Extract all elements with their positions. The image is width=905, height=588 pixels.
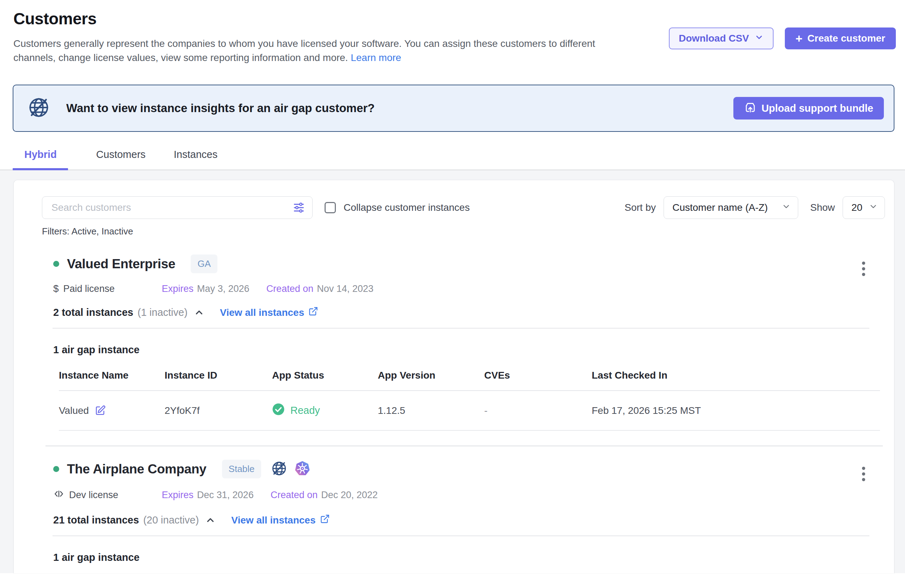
edit-instance-name-icon[interactable] xyxy=(94,405,106,416)
customer-menu-button[interactable] xyxy=(860,259,867,278)
app-status: Ready xyxy=(291,405,320,416)
collapse-instances-control[interactable]: Collapse customer instances xyxy=(325,202,470,213)
learn-more-link[interactable]: Learn more xyxy=(351,52,401,63)
external-link-icon xyxy=(308,306,318,319)
create-customer-label: Create customer xyxy=(807,33,885,44)
total-instances: 2 total instances xyxy=(53,307,133,318)
ready-check-icon xyxy=(272,403,285,418)
airgap-banner: Want to view instance insights for an ai… xyxy=(13,84,894,132)
tab-customers[interactable]: Customers xyxy=(96,149,146,170)
collapse-instances-checkbox[interactable] xyxy=(325,202,336,213)
col-cves: CVEs xyxy=(484,370,592,391)
view-all-instances-label: View all instances xyxy=(220,307,304,318)
channel-badge: GA xyxy=(191,254,218,273)
customer-name[interactable]: Valued Enterprise xyxy=(67,257,175,272)
content-area: Collapse customer instances Sort by Cust… xyxy=(0,170,905,573)
col-app-status: App Status xyxy=(272,370,378,391)
show-label: Show xyxy=(810,202,835,213)
customer-head: The Airplane Company Stable xyxy=(53,460,894,478)
search-wrap xyxy=(42,196,313,219)
banner-title: Want to view instance insights for an ai… xyxy=(66,102,375,115)
airgap-instances-table: Instance Name Instance ID App Status App… xyxy=(59,370,880,431)
customer-section-airplane-company: The Airplane Company Stable xyxy=(42,460,894,573)
toolbar: Collapse customer instances Sort by Cust… xyxy=(42,196,894,219)
expires-value: Dec 31, 2026 xyxy=(197,489,254,501)
view-all-instances-label: View all instances xyxy=(231,515,315,526)
channel-badge: Stable xyxy=(222,460,262,478)
instance-name: Valued xyxy=(59,405,89,416)
tab-instances[interactable]: Instances xyxy=(174,149,218,170)
header-actions: Download CSV + Create customer xyxy=(669,27,896,49)
install-type-icons xyxy=(271,460,311,478)
airgap-globe-icon xyxy=(271,460,287,478)
active-filters-text: Filters: Active, Inactive xyxy=(42,226,894,237)
col-app-version: App Version xyxy=(378,370,484,391)
page-header: Customers Download CSV + Create customer… xyxy=(0,0,905,65)
customer-meta-row: Dev license Expires Dec 31, 2026 Created… xyxy=(53,488,894,502)
description-text: Customers generally represent the compan… xyxy=(13,38,595,63)
expires-value: May 3, 2026 xyxy=(197,283,249,294)
divider xyxy=(52,328,869,329)
airgap-globe-icon xyxy=(27,96,50,120)
download-csv-button[interactable]: Download CSV xyxy=(669,27,773,49)
customer-divider xyxy=(46,446,883,446)
chevron-down-icon xyxy=(754,33,764,44)
sort-by-label: Sort by xyxy=(624,202,656,213)
sort-select[interactable]: Customer name (A-Z) xyxy=(664,196,798,219)
created-on-value: Dec 20, 2022 xyxy=(321,489,378,501)
expires-label: Expires xyxy=(162,283,194,294)
divider xyxy=(52,536,869,536)
customer-section-valued-enterprise: Valued Enterprise GA $ Paid license Expi… xyxy=(42,254,894,431)
inactive-instances: (1 inactive) xyxy=(137,307,187,318)
expires-label: Expires xyxy=(162,489,194,501)
show-select[interactable]: 20 xyxy=(843,196,885,219)
instance-id: 2YfoK7f xyxy=(165,391,272,431)
instances-summary-row: 2 total instances (1 inactive) View all … xyxy=(53,306,894,319)
col-instance-name: Instance Name xyxy=(59,370,165,391)
total-instances: 21 total instances xyxy=(53,514,139,526)
chevron-down-icon xyxy=(869,202,878,214)
chevron-down-icon xyxy=(782,202,791,214)
collapse-instances-label: Collapse customer instances xyxy=(344,202,470,213)
filter-sliders-icon[interactable] xyxy=(292,201,306,216)
customers-card: Collapse customer instances Sort by Cust… xyxy=(13,180,894,573)
customer-meta-row: $ Paid license Expires May 3, 2026 Creat… xyxy=(53,283,894,294)
tab-hybrid[interactable]: Hybrid xyxy=(13,149,68,170)
tab-bar: Hybrid Customers Instances xyxy=(0,149,905,170)
page-description: Customers generally represent the compan… xyxy=(13,37,634,65)
sort-select-value: Customer name (A-Z) xyxy=(672,202,768,213)
active-status-dot xyxy=(53,261,59,267)
upload-support-bundle-button[interactable]: Upload support bundle xyxy=(734,97,884,119)
active-status-dot xyxy=(53,466,59,472)
collapse-caret-icon[interactable] xyxy=(205,515,216,526)
external-link-icon xyxy=(320,514,330,526)
airgap-instance-heading: 1 air gap instance xyxy=(53,344,894,356)
download-csv-label: Download CSV xyxy=(679,33,749,44)
license-type: $ Paid license xyxy=(53,283,162,294)
created-on-label: Created on xyxy=(267,283,314,294)
create-customer-button[interactable]: + Create customer xyxy=(785,27,896,49)
upload-bundle-label: Upload support bundle xyxy=(762,103,873,114)
instances-summary-row: 21 total instances (20 inactive) View al… xyxy=(53,514,894,526)
app-version: 1.12.5 xyxy=(378,391,484,431)
last-checked-in: Feb 17, 2026 15:25 MST xyxy=(592,391,880,431)
collapse-caret-icon[interactable] xyxy=(194,307,205,318)
page-title: Customers xyxy=(13,9,894,28)
col-last-checked-in: Last Checked In xyxy=(592,370,880,391)
license-type: Dev license xyxy=(53,488,162,502)
show-select-value: 20 xyxy=(851,202,862,213)
cves-value: - xyxy=(484,391,592,431)
customer-name[interactable]: The Airplane Company xyxy=(67,462,206,477)
table-row: Valued 2YfoK7f xyxy=(59,391,880,431)
customer-menu-button[interactable] xyxy=(860,465,867,483)
airgap-instance-heading: 1 air gap instance xyxy=(53,552,894,563)
created-on-label: Created on xyxy=(271,489,318,501)
code-icon xyxy=(53,488,65,502)
view-all-instances-link[interactable]: View all instances xyxy=(220,306,318,319)
search-input[interactable] xyxy=(42,196,313,219)
license-type-label: Dev license xyxy=(69,489,118,501)
dollar-icon: $ xyxy=(53,283,59,294)
plus-icon: + xyxy=(795,32,802,44)
view-all-instances-link[interactable]: View all instances xyxy=(231,514,330,526)
created-on-value: Nov 14, 2023 xyxy=(317,283,373,294)
